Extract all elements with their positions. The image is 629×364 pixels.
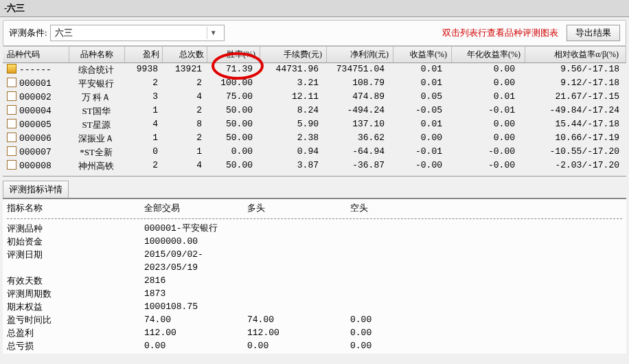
header-total[interactable]: 总次数 [163, 47, 207, 62]
cell-total: 13921 [161, 64, 205, 76]
detail-header: 指标名称 全部交易 多头 空头 [7, 202, 622, 217]
row-icon [7, 160, 16, 170]
cell-code: 000007 [3, 146, 69, 159]
cell-name: 万 科Ａ [69, 91, 124, 104]
cell-fee: 44731.96 [257, 64, 323, 76]
header-profit[interactable]: 净利润(元) [327, 47, 393, 62]
cell-winrate: 0.00 [205, 146, 257, 159]
detail-row: 评测日期2015/09/02-2023/05/19 [7, 248, 622, 274]
cell-total: 4 [161, 160, 205, 172]
cell-profit: 474.89 [323, 91, 389, 104]
hint-text: 双击列表行查看品种评测图表 [442, 27, 558, 39]
detail-v1: 1873 [144, 287, 247, 300]
detail-v2 [247, 274, 350, 287]
header-alpha[interactable]: 相对收益率α/β(%) [525, 47, 626, 62]
detail-v3 [350, 235, 453, 248]
filter-panel: 评测条件: 六三 ▼ 双击列表行查看品种评测图表 导出结果 [3, 20, 626, 46]
cell-alpha: 9.56/-17.18 [519, 64, 626, 76]
detail-name: 初始资金 [7, 235, 144, 248]
cell-total: 2 [161, 133, 205, 145]
header-ret[interactable]: 收益率(%) [393, 47, 452, 62]
header-wins[interactable]: 盈利 [125, 47, 163, 62]
cell-fee: 12.11 [257, 91, 323, 104]
condition-combobox[interactable]: 六三 ▼ [50, 25, 225, 41]
cell-wins: 1 [124, 133, 161, 145]
detail-v3: 0.00 [350, 339, 453, 352]
detail-row: 期末权益1000108.75 [7, 300, 622, 313]
header-annret[interactable]: 年化收益率(%) [452, 47, 525, 62]
detail-v1: 2816 [144, 274, 247, 287]
cell-code: 000008 [3, 160, 69, 172]
cell-wins: 9938 [124, 64, 161, 76]
cell-total: 1 [161, 146, 205, 159]
table-row[interactable]: 000002万 科Ａ3475.0012.11474.890.050.0121.6… [3, 91, 626, 104]
detail-v2 [247, 235, 350, 248]
header-fee[interactable]: 手续费(元) [260, 47, 327, 62]
row-icon [7, 105, 16, 115]
detail-name: 期末权益 [7, 300, 144, 313]
detail-v2: 74.00 [247, 313, 350, 326]
detail-hdr-short: 空头 [350, 202, 453, 214]
detail-hdr-all: 全部交易 [144, 202, 247, 214]
table-row[interactable]: 000007*ST全新010.000.94-64.94-0.01-0.00-10… [3, 146, 626, 159]
cell-alpha: 15.44/-17.18 [519, 119, 626, 131]
cell-alpha: 10.66/-17.19 [519, 133, 626, 145]
cell-code: 000002 [3, 91, 69, 104]
row-icon [7, 146, 16, 156]
cell-ret: 0.01 [389, 64, 446, 76]
cell-wins: 4 [124, 119, 161, 131]
detail-v1: 1000000.00 [144, 235, 247, 248]
detail-name: 有效天数 [7, 274, 144, 287]
cell-wins: 3 [124, 91, 161, 104]
header-name[interactable]: 品种名称 [69, 47, 125, 62]
detail-v1: 74.00 [144, 313, 247, 326]
table-row[interactable]: 000005ST星源4850.005.90137.100.010.0015.44… [3, 118, 626, 132]
cell-annret: -0.00 [446, 160, 519, 172]
detail-section-title[interactable]: 评测指标详情 [3, 181, 69, 198]
detail-v2 [247, 287, 350, 300]
detail-v3 [350, 300, 453, 313]
table-row[interactable]: 000006深振业Ａ1250.002.3836.620.000.0010.66/… [3, 132, 626, 146]
cell-wins: 2 [124, 160, 161, 172]
detail-v3: 0.00 [350, 313, 453, 326]
detail-row: 总亏损0.000.000.00 [7, 339, 622, 352]
row-icon [7, 119, 16, 128]
cell-fee: 8.24 [257, 105, 323, 117]
cell-profit: 36.62 [323, 133, 389, 145]
cell-ret: 0.01 [389, 78, 446, 90]
detail-v3: 0.00 [350, 326, 453, 339]
table-row[interactable]: ------综合统计99381392171.3944731.96734751.0… [3, 63, 626, 77]
header-code[interactable]: 品种代码 [3, 47, 69, 62]
detail-row: 评测周期数1873 [7, 287, 622, 300]
cell-winrate: 50.00 [205, 160, 257, 172]
cell-alpha: -2.03/-17.20 [519, 160, 626, 172]
cell-fee: 0.94 [257, 146, 323, 159]
cell-ret: 0.05 [389, 91, 446, 104]
cell-wins: 1 [124, 105, 161, 117]
cell-ret: -0.01 [389, 146, 446, 159]
table-row[interactable]: 000008神州高铁2450.003.87-36.87-0.00-0.00-2.… [3, 159, 626, 173]
detail-v3 [350, 222, 453, 235]
row-icon [7, 91, 16, 101]
cell-winrate: 71.39 [205, 64, 257, 76]
header-winrate[interactable]: 胜率(%) [207, 47, 260, 62]
cell-winrate: 50.00 [205, 105, 257, 117]
detail-v2 [247, 300, 350, 313]
table-body: ------综合统计99381392171.3944731.96734751.0… [3, 63, 626, 173]
cell-profit: -64.94 [323, 146, 389, 159]
cell-profit: 108.79 [323, 78, 389, 90]
cell-winrate: 50.00 [205, 119, 257, 131]
table-row[interactable]: 000004ST国华1250.008.24-494.24-0.05-0.01-4… [3, 104, 626, 118]
cell-winrate: 100.00 [205, 78, 257, 90]
detail-name: 盈亏时间比 [7, 313, 144, 326]
window-title: -六三 [0, 0, 629, 17]
detail-row: 总盈利112.00112.000.00 [7, 326, 622, 339]
cell-winrate: 50.00 [205, 133, 257, 145]
cell-ret: -0.00 [389, 160, 446, 172]
cell-ret: 0.00 [389, 133, 446, 145]
cell-annret: 0.01 [446, 91, 519, 104]
table-row[interactable]: 000001平安银行22100.003.21108.790.010.009.12… [3, 77, 626, 91]
export-button[interactable]: 导出结果 [567, 25, 620, 41]
cell-fee: 3.21 [257, 78, 323, 90]
cell-name: 神州高铁 [69, 160, 124, 172]
